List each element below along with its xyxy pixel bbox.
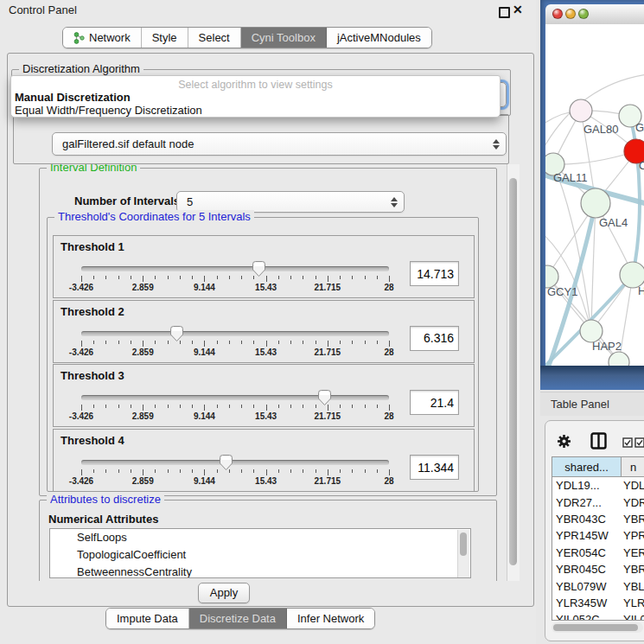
network-canvas[interactable]: GAL80GACGAL11GAL4GCY1HHAP2 xyxy=(545,24,644,366)
attribute-list-item[interactable]: TopologicalCoefficient xyxy=(50,546,470,564)
table-cell: YDR2 xyxy=(622,494,644,510)
tab-infer-network[interactable]: Infer Network xyxy=(287,609,374,628)
threshold-value-input[interactable] xyxy=(410,390,459,415)
gear-icon[interactable] xyxy=(557,434,571,449)
tab-select[interactable]: Select xyxy=(188,28,241,48)
table-row[interactable]: YBR043CYBR0 xyxy=(552,511,644,527)
tick-mark xyxy=(143,276,143,282)
tab-jactivemnodules[interactable]: jActiveMNodules xyxy=(327,28,431,48)
dropdown-item[interactable]: Equal Width/Frequency Discretization xyxy=(11,104,500,117)
tab-label: Cyni Toolbox xyxy=(252,31,316,44)
tick-mark xyxy=(180,276,181,279)
attribute-list-item[interactable]: SelfLoops xyxy=(50,529,470,546)
tick-label: 21.715 xyxy=(315,283,341,292)
table-row[interactable]: YIL052CYIL0 xyxy=(552,611,644,621)
split-columns-icon[interactable] xyxy=(590,432,607,450)
slider-thumb[interactable] xyxy=(169,326,184,342)
tick-mark xyxy=(131,469,131,473)
slider-track[interactable] xyxy=(81,395,389,400)
table-row[interactable]: YLR345WYLR3 xyxy=(552,595,644,611)
network-node[interactable] xyxy=(570,99,592,122)
tick-mark xyxy=(290,276,291,279)
attribute-list-item[interactable]: BetweennessCentrality xyxy=(50,564,470,578)
dropdown-hint: Select algorithm to view settings xyxy=(11,79,500,91)
threshold-slider: -3.4262.8599.14415.4321.71528 xyxy=(81,261,389,296)
network-window-titlebar[interactable] xyxy=(545,4,644,25)
tick-mark xyxy=(192,405,193,408)
tick-mark xyxy=(303,469,303,473)
threshold-value-input[interactable] xyxy=(410,261,459,286)
tick-mark xyxy=(266,469,267,475)
tick-label: 2.859 xyxy=(132,476,154,486)
network-node[interactable] xyxy=(581,188,610,218)
tick-mark xyxy=(377,341,378,344)
tick-mark xyxy=(303,341,303,344)
tick-label: -3.426 xyxy=(69,476,93,486)
node-label: GCY1 xyxy=(547,285,577,298)
num-intervals-value: 5 xyxy=(177,195,391,208)
tick-mark xyxy=(118,469,119,473)
tick-mark xyxy=(241,341,242,344)
scrollbar-thumb[interactable] xyxy=(509,178,517,565)
threshold-value-input[interactable] xyxy=(410,455,459,480)
column-header-1[interactable]: shared... xyxy=(552,457,622,476)
close-icon[interactable]: ✕ xyxy=(513,3,523,16)
slider-track[interactable] xyxy=(81,266,389,271)
tick-mark xyxy=(81,469,82,475)
threshold-slider: -3.4262.8599.14415.4321.71528 xyxy=(81,390,389,424)
slider-thumb[interactable] xyxy=(317,390,332,406)
table-row[interactable]: YDL19...YDL1 xyxy=(552,477,644,494)
tick-label: 21.715 xyxy=(315,348,341,357)
tick-mark xyxy=(143,469,143,475)
table-row[interactable]: YPR145WYPR1 xyxy=(552,527,644,544)
slider-track[interactable] xyxy=(81,460,389,465)
checked-box-icon[interactable] xyxy=(634,437,644,448)
table-panel-titlebar: Table Panel xyxy=(540,392,644,416)
interval-definition-group: Interval Definition Number of Intervals … xyxy=(39,168,497,496)
table-cell: YBL079W xyxy=(552,577,622,594)
tick-mark xyxy=(365,341,366,344)
tick-mark xyxy=(204,469,205,475)
table-data-value: galFiltered.sif default node xyxy=(53,137,493,150)
close-traffic-light[interactable] xyxy=(552,9,563,19)
tab-impute-data[interactable]: Impute Data xyxy=(106,609,189,628)
table-data-combobox[interactable]: galFiltered.sif default node xyxy=(52,132,507,156)
tick-mark xyxy=(105,469,106,473)
tick-mark xyxy=(389,469,390,475)
table-row[interactable]: YBR045CYBR0 xyxy=(552,561,644,577)
tick-mark xyxy=(131,405,131,408)
tab-network[interactable]: Network xyxy=(63,28,142,48)
scrollbar-thumb[interactable] xyxy=(553,624,638,631)
table-row[interactable]: YDR27...YDR2 xyxy=(552,494,644,510)
tick-mark xyxy=(229,405,230,408)
apply-button[interactable]: Apply xyxy=(198,583,250,603)
tick-mark xyxy=(316,276,316,279)
minimize-traffic-light[interactable] xyxy=(565,9,576,19)
float-window-icon[interactable] xyxy=(499,7,510,18)
table-row[interactable]: YBL079WYBL0 xyxy=(552,577,644,594)
node-label: GAL4 xyxy=(599,216,628,229)
scrollbar-thumb[interactable] xyxy=(460,532,467,556)
threshold-row: Threshold 4-3.4262.8599.14415.4321.71528 xyxy=(53,429,475,492)
tick-mark xyxy=(241,405,242,408)
dropdown-item[interactable]: Manual Discretization xyxy=(11,91,500,104)
tick-mark xyxy=(352,276,353,279)
tick-mark xyxy=(241,276,242,279)
tick-mark xyxy=(180,469,181,473)
tick-mark xyxy=(143,341,143,347)
tab-label: jActiveMNodules xyxy=(337,31,421,44)
slider-track[interactable] xyxy=(81,331,389,336)
tab-discretize-data[interactable]: Discretize Data xyxy=(189,609,287,628)
tab-cyni-toolbox[interactable]: Cyni Toolbox xyxy=(241,28,327,48)
tick-label: 9.144 xyxy=(194,411,215,421)
threshold-value-input[interactable] xyxy=(410,326,459,351)
column-header-2[interactable]: n xyxy=(622,457,644,476)
slider-thumb[interactable] xyxy=(219,455,233,471)
table-row[interactable]: YER054CYER0 xyxy=(552,545,644,561)
tab-label: Infer Network xyxy=(297,612,364,625)
checked-box-icon[interactable] xyxy=(622,437,633,448)
tick-mark xyxy=(328,276,328,282)
tab-style[interactable]: Style xyxy=(142,28,188,48)
frame-bottom-shade xyxy=(540,366,644,390)
zoom-traffic-light[interactable] xyxy=(578,9,589,19)
